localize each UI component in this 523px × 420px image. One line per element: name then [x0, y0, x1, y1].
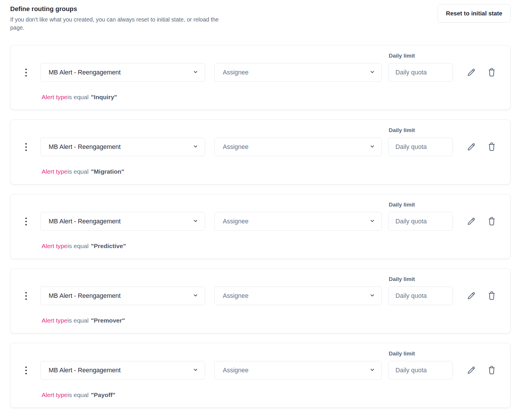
daily-limit-label: Daily limit [389, 202, 415, 208]
drag-handle[interactable] [24, 291, 28, 301]
delete-group-button[interactable] [486, 141, 497, 153]
delete-group-button[interactable] [486, 67, 497, 78]
routing-group-card: Daily limit MB Alert - Reengagement Assi… [10, 268, 510, 333]
daily-limit-label: Daily limit [389, 127, 415, 134]
condition-open-quote: " [91, 168, 94, 175]
assignee-select[interactable]: Assignee [214, 63, 382, 82]
pencil-icon [466, 74, 476, 78]
drag-handle-dot-icon [25, 150, 27, 151]
delete-group-button[interactable] [486, 290, 497, 302]
daily-limit-label: Daily limit [389, 276, 415, 282]
drag-handle-dot-icon [25, 72, 27, 73]
drag-handle-column [23, 67, 40, 78]
condition-open-quote: " [91, 243, 94, 249]
pencil-icon [466, 148, 476, 153]
pencil-icon [466, 372, 476, 376]
chevron-down-icon [370, 367, 375, 374]
trash-icon [487, 149, 497, 153]
drag-handle-dot-icon [25, 373, 27, 374]
drag-handle[interactable] [24, 67, 28, 78]
delete-group-button[interactable] [486, 365, 497, 376]
card-controls-row: MB Alert - Reengagement Assignee [23, 212, 497, 231]
assignee-select[interactable]: Assignee [214, 361, 382, 380]
card-label-row: Daily limit [23, 350, 497, 357]
reset-to-initial-state-button[interactable]: Reset to initial state [438, 4, 510, 23]
alert-type-select[interactable]: MB Alert - Reengagement [40, 138, 205, 156]
drag-handle-column [23, 142, 40, 152]
drag-handle-dot-icon [25, 69, 27, 70]
condition-close-quote: " [122, 317, 125, 324]
condition-field: Alert type [42, 317, 68, 324]
daily-quota-input[interactable] [388, 63, 453, 82]
drag-handle-dot-icon [25, 298, 27, 300]
alert-type-select[interactable]: MB Alert - Reengagement [40, 63, 205, 82]
edit-group-button[interactable] [466, 365, 477, 376]
page-subtitle: If you don't like what you created, you … [10, 15, 224, 32]
assignee-select[interactable]: Assignee [214, 212, 382, 231]
assignee-select-placeholder: Assignee [223, 143, 248, 151]
drag-handle[interactable] [24, 142, 28, 152]
condition-close-quote: " [114, 94, 117, 100]
daily-quota-input[interactable] [388, 361, 453, 380]
daily-limit-label: Daily limit [389, 53, 415, 59]
delete-group-button[interactable] [486, 216, 497, 227]
condition-value: Predictive [94, 243, 123, 249]
alert-type-select[interactable]: MB Alert - Reengagement [40, 212, 205, 231]
drag-handle-column [23, 365, 40, 375]
card-controls-row: MB Alert - Reengagement Assignee [23, 361, 497, 380]
edit-group-button[interactable] [466, 141, 477, 152]
edit-group-button[interactable] [466, 67, 477, 78]
condition-close-quote: " [112, 391, 115, 398]
alert-type-select[interactable]: MB Alert - Reengagement [40, 361, 205, 380]
drag-handle-dot-icon [25, 75, 27, 76]
alert-type-select[interactable]: MB Alert - Reengagement [40, 286, 205, 305]
condition-value: Migration [94, 168, 121, 175]
edit-group-button[interactable] [466, 216, 477, 227]
routing-groups-list: Daily limit MB Alert - Reengagement Assi… [10, 45, 510, 408]
condition-field: Alert type [42, 391, 68, 398]
daily-quota-input[interactable] [388, 286, 453, 305]
daily-quota-input[interactable] [388, 138, 453, 156]
condition-operator: is equal [68, 317, 89, 324]
drag-handle-dot-icon [25, 224, 27, 225]
condition-field: Alert type [42, 94, 68, 100]
drag-handle-column [23, 291, 40, 301]
card-controls-row: MB Alert - Reengagement Assignee [23, 286, 497, 305]
card-label-row: Daily limit [23, 53, 497, 59]
routing-group-card: Daily limit MB Alert - Reengagement Assi… [10, 194, 510, 259]
assignee-select-placeholder: Assignee [223, 292, 248, 300]
condition-text: Alert typeis equal"Inquiry" [42, 94, 497, 101]
trash-icon [487, 223, 497, 227]
condition-close-quote: " [121, 168, 124, 175]
drag-handle[interactable] [24, 216, 28, 227]
alert-type-select-value: MB Alert - Reengagement [49, 69, 121, 76]
condition-value: Premover [94, 317, 122, 324]
condition-operator: is equal [68, 391, 89, 398]
assignee-select[interactable]: Assignee [214, 286, 382, 305]
trash-icon [487, 298, 497, 302]
assignee-select-placeholder: Assignee [223, 367, 248, 374]
page-header: Define routing groups If you don't like … [10, 5, 510, 32]
condition-open-quote: " [91, 94, 94, 100]
condition-operator: is equal [68, 168, 89, 175]
drag-handle-dot-icon [25, 366, 27, 368]
condition-operator: is equal [68, 243, 89, 249]
trash-icon [487, 74, 497, 79]
drag-handle-column [23, 216, 40, 227]
daily-quota-input[interactable] [388, 212, 453, 231]
chevron-down-icon [193, 367, 198, 374]
condition-text: Alert typeis equal"Payoff" [42, 391, 497, 398]
card-controls-row: MB Alert - Reengagement Assignee [23, 63, 497, 82]
condition-text: Alert typeis equal"Premover" [42, 317, 497, 324]
condition-open-quote: " [91, 391, 94, 398]
assignee-select[interactable]: Assignee [214, 138, 382, 156]
card-label-row: Daily limit [23, 276, 497, 282]
alert-type-select-value: MB Alert - Reengagement [49, 292, 121, 300]
daily-limit-label: Daily limit [389, 350, 415, 357]
edit-group-button[interactable] [466, 290, 477, 301]
drag-handle[interactable] [24, 365, 28, 375]
chevron-down-icon [370, 144, 375, 150]
condition-open-quote: " [91, 317, 94, 324]
chevron-down-icon [370, 293, 375, 299]
condition-text: Alert typeis equal"Migration" [42, 168, 497, 175]
